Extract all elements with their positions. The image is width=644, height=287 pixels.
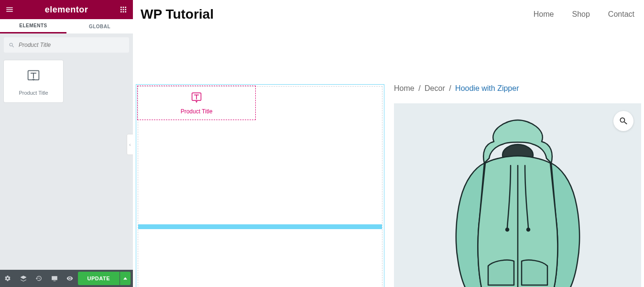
editor-right-column: Home / Decor / Hoodie with Zipper bbox=[394, 84, 641, 287]
nav-shop[interactable]: Shop bbox=[572, 10, 589, 19]
elementor-sidebar: elementor ELEMENTS GLOBAL Product Title … bbox=[0, 0, 133, 287]
section-outline[interactable]: Product Title bbox=[136, 84, 384, 287]
menu-icon[interactable] bbox=[0, 0, 19, 19]
breadcrumb-sep: / bbox=[416, 84, 422, 92]
collapse-sidebar-handle[interactable]: ‹ bbox=[127, 134, 133, 155]
history-icon[interactable] bbox=[31, 270, 47, 287]
widgets-list: Product Title bbox=[0, 56, 133, 270]
nav-home[interactable]: Home bbox=[534, 10, 554, 19]
navigator-icon[interactable] bbox=[16, 270, 32, 287]
product-title-drop-widget[interactable]: Product Title bbox=[137, 86, 256, 120]
drop-indicator-bar[interactable] bbox=[138, 224, 382, 229]
tab-global[interactable]: GLOBAL bbox=[66, 19, 133, 33]
breadcrumb: Home / Decor / Hoodie with Zipper bbox=[394, 84, 641, 93]
update-group: UPDATE bbox=[78, 272, 133, 285]
preview-area: WP Tutorial Home Shop Contact Product Ti… bbox=[133, 0, 644, 287]
search-box[interactable] bbox=[4, 37, 129, 53]
product-title-drop-icon bbox=[190, 92, 203, 104]
site-nav: Home Shop Contact bbox=[534, 10, 634, 19]
sidebar-footer: UPDATE bbox=[0, 270, 133, 287]
preview-icon[interactable] bbox=[62, 270, 78, 287]
svg-rect-1 bbox=[123, 7, 124, 8]
breadcrumb-decor[interactable]: Decor bbox=[425, 84, 445, 92]
sidebar-header: elementor bbox=[0, 0, 133, 19]
widget-search-input[interactable] bbox=[19, 42, 124, 48]
svg-point-14 bbox=[527, 228, 530, 231]
site-header: WP Tutorial Home Shop Contact bbox=[133, 0, 644, 27]
svg-point-13 bbox=[506, 228, 509, 231]
tab-elements[interactable]: ELEMENTS bbox=[0, 19, 66, 33]
drop-widget-label: Product Title bbox=[181, 108, 213, 115]
svg-rect-5 bbox=[125, 9, 126, 11]
svg-rect-8 bbox=[125, 11, 126, 12]
product-title-widget-icon bbox=[26, 69, 41, 83]
elementor-brand: elementor bbox=[45, 5, 88, 15]
editor-left-column: Product Title bbox=[136, 84, 384, 287]
svg-rect-2 bbox=[125, 7, 126, 8]
breadcrumb-home[interactable]: Home bbox=[394, 84, 415, 92]
svg-rect-7 bbox=[123, 11, 124, 12]
caret-up-icon bbox=[123, 276, 127, 280]
panel-tabs: ELEMENTS GLOBAL bbox=[0, 19, 133, 33]
update-button[interactable]: UPDATE bbox=[78, 272, 120, 285]
svg-rect-4 bbox=[123, 9, 124, 11]
svg-rect-3 bbox=[120, 9, 122, 11]
responsive-icon[interactable] bbox=[47, 270, 63, 287]
svg-rect-0 bbox=[120, 7, 122, 8]
search-icon bbox=[9, 42, 15, 48]
update-caret-button[interactable] bbox=[120, 272, 131, 285]
breadcrumb-sep: / bbox=[447, 84, 453, 92]
nav-contact[interactable]: Contact bbox=[608, 10, 634, 19]
site-title: WP Tutorial bbox=[141, 7, 214, 22]
hoodie-illustration bbox=[432, 118, 604, 287]
settings-icon[interactable] bbox=[0, 270, 16, 287]
canvas-area: Product Title Home / Decor / Hoodie with… bbox=[133, 27, 644, 287]
breadcrumb-current: Hoodie with Zipper bbox=[455, 84, 519, 92]
widget-product-title[interactable]: Product Title bbox=[4, 60, 63, 102]
widget-label: Product Title bbox=[19, 90, 48, 96]
product-image[interactable] bbox=[394, 103, 641, 287]
apps-icon[interactable] bbox=[114, 0, 133, 19]
section-inner[interactable]: Product Title bbox=[138, 86, 382, 287]
zoom-button[interactable] bbox=[613, 111, 633, 131]
search-icon bbox=[619, 116, 628, 126]
svg-rect-6 bbox=[120, 11, 122, 12]
search-wrap bbox=[0, 33, 133, 56]
